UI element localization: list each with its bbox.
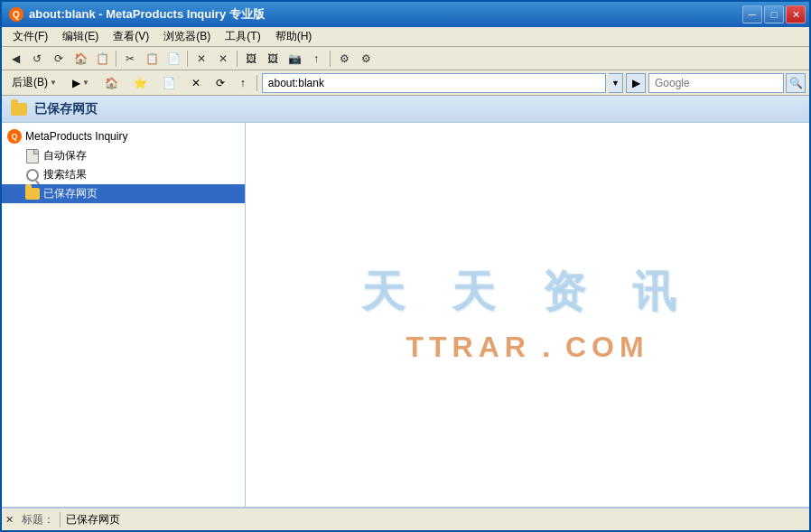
status-value: 已保存网页	[61, 512, 809, 527]
tree-item-autosave[interactable]: 自动保存	[2, 146, 245, 165]
maximize-button[interactable]: □	[764, 5, 784, 23]
tree-root-item[interactable]: Q MetaProducts Inquiry	[2, 126, 245, 146]
toolbar-sep-1	[116, 51, 117, 67]
toolbar-btn-11[interactable]: 🖼	[241, 50, 261, 68]
toolbar-btn-8[interactable]: 📄	[163, 50, 183, 68]
menu-edit[interactable]: 编辑(E)	[55, 27, 106, 46]
toolbar-btn-15[interactable]: ⚙	[334, 50, 354, 68]
toolbar-btn-2[interactable]: ↺	[27, 50, 47, 68]
toolbar-btn-1[interactable]: ◀	[5, 50, 25, 68]
stop-button[interactable]: ✕	[185, 73, 207, 93]
toolbar-btn-10[interactable]: ✕	[213, 50, 233, 68]
app-icon: Q	[9, 7, 23, 22]
search-results-icon	[25, 168, 40, 182]
up-button[interactable]: ↑	[234, 73, 252, 93]
toolbar-btn-14[interactable]: ↑	[306, 50, 326, 68]
google-search-container: 🔍	[648, 73, 806, 93]
back-arrow-icon: ▼	[50, 79, 57, 87]
saved-pages-icon	[25, 187, 40, 201]
back-button[interactable]: 后退(B) ▼	[5, 73, 63, 93]
autosave-icon	[25, 149, 40, 163]
sidebar: Q MetaProducts Inquiry 自动保存 搜索结果	[2, 123, 246, 507]
main-window: Q about:blank - MetaProducts Inquiry 专业版…	[0, 0, 811, 532]
folder-header-icon	[11, 103, 27, 116]
saved-pages-label: 已保存网页	[43, 186, 98, 201]
url-bar-container: ▼ ▶	[262, 73, 646, 93]
nav-bar: 后退(B) ▼ ▶ ▼ 🏠 ⭐ 📄 ✕ ⟳ ↑ ▼ ▶ 🔍	[2, 70, 809, 96]
toolbar: ◀ ↺ ⟳ 🏠 📋 ✂ 📋 📄 ✕ ✕ 🖼 🖼 📷 ↑ ⚙ ⚙	[2, 47, 809, 70]
url-dropdown[interactable]: ▼	[609, 73, 623, 93]
forward-arrow-icon: ▼	[82, 79, 89, 87]
google-search-input[interactable]	[648, 73, 784, 93]
menu-tools[interactable]: 工具(T)	[218, 27, 267, 46]
toolbar-sep-4	[330, 51, 331, 67]
status-bar: ✕ 标题： 已保存网页	[2, 507, 809, 530]
title-bar: Q about:blank - MetaProducts Inquiry 专业版…	[2, 2, 809, 27]
tree-root-label: MetaProducts Inquiry	[25, 130, 127, 143]
content-pane: 天 天 资 讯 TTRAR．COM	[246, 123, 809, 507]
home-button[interactable]: 🏠	[98, 73, 125, 93]
title-bar-left: Q about:blank - MetaProducts Inquiry 专业版	[9, 6, 265, 23]
watermark-chinese-text: 天 天 资 讯	[361, 263, 694, 321]
toolbar-btn-4[interactable]: 🏠	[70, 50, 90, 68]
toolbar-sep-3	[237, 51, 238, 67]
minimize-button[interactable]: ─	[742, 5, 762, 23]
nav-sep	[256, 75, 257, 91]
window-title: about:blank - MetaProducts Inquiry 专业版	[29, 6, 265, 23]
back-label: 后退(B)	[12, 75, 48, 90]
page-button[interactable]: 📄	[156, 73, 182, 93]
menu-file[interactable]: 文件(F)	[5, 27, 55, 46]
tree-item-saved-pages[interactable]: 已保存网页	[2, 184, 245, 203]
go-button[interactable]: ▶	[626, 73, 646, 93]
bookmark-button[interactable]: ⭐	[127, 73, 154, 93]
menu-view[interactable]: 查看(V)	[106, 27, 156, 46]
tree-item-search-results[interactable]: 搜索结果	[2, 165, 245, 184]
toolbar-btn-6[interactable]: ✂	[120, 50, 140, 68]
toolbar-sep-2	[187, 51, 188, 67]
forward-icon: ▶	[72, 77, 80, 89]
status-label: 标题：	[16, 512, 61, 527]
menu-bar: 文件(F) 编辑(E) 查看(V) 浏览器(B) 工具(T) 帮助(H)	[2, 27, 809, 47]
status-close-button[interactable]: ✕	[2, 509, 16, 529]
toolbar-btn-3[interactable]: ⟳	[49, 50, 69, 68]
refresh-button[interactable]: ⟳	[210, 73, 231, 93]
toolbar-btn-5[interactable]: 📋	[92, 50, 112, 68]
close-button[interactable]: ✕	[786, 5, 806, 23]
toolbar-btn-7[interactable]: 📋	[142, 50, 162, 68]
search-results-label: 搜索结果	[43, 167, 87, 182]
google-search-button[interactable]: 🔍	[786, 73, 806, 93]
title-bar-controls: ─ □ ✕	[742, 5, 806, 23]
menu-help[interactable]: 帮助(H)	[268, 27, 320, 46]
toolbar-btn-9[interactable]: ✕	[191, 50, 211, 68]
watermark-english-text: TTRAR．COM	[406, 328, 648, 368]
page-header-title: 已保存网页	[34, 101, 98, 117]
toolbar-btn-16[interactable]: ⚙	[356, 50, 376, 68]
url-input[interactable]	[262, 73, 606, 93]
tree-container: Q MetaProducts Inquiry 自动保存 搜索结果	[2, 123, 245, 207]
menu-browser[interactable]: 浏览器(B)	[156, 27, 218, 46]
toolbar-btn-12[interactable]: 🖼	[263, 50, 283, 68]
forward-button[interactable]: ▶ ▼	[66, 73, 96, 93]
watermark-area: 天 天 资 讯 TTRAR．COM	[246, 123, 809, 507]
tree-root-icon: Q	[7, 129, 22, 144]
autosave-label: 自动保存	[43, 148, 87, 163]
page-header: 已保存网页	[2, 96, 809, 123]
toolbar-btn-13[interactable]: 📷	[284, 50, 304, 68]
main-content: Q MetaProducts Inquiry 自动保存 搜索结果	[2, 123, 809, 507]
